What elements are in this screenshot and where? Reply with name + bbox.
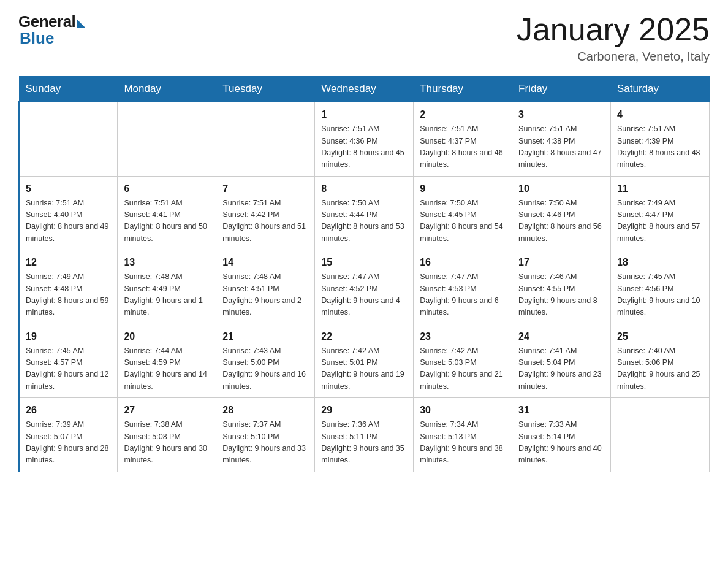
day-info: Sunrise: 7:51 AM Sunset: 4:42 PM Dayligh… <box>222 197 308 245</box>
day-cell <box>216 102 315 176</box>
calendar-title: January 2025 <box>517 12 710 47</box>
day-number: 29 <box>321 403 407 418</box>
day-info: Sunrise: 7:43 AM Sunset: 5:00 PM Dayligh… <box>222 345 308 393</box>
header-cell-thursday: Thursday <box>414 77 512 102</box>
day-info: Sunrise: 7:42 AM Sunset: 5:01 PM Dayligh… <box>321 345 407 393</box>
day-info: Sunrise: 7:51 AM Sunset: 4:36 PM Dayligh… <box>321 123 407 171</box>
day-number: 1 <box>321 107 407 122</box>
day-info: Sunrise: 7:48 AM Sunset: 4:51 PM Dayligh… <box>222 271 308 319</box>
day-number: 13 <box>124 255 210 270</box>
day-cell: 31Sunrise: 7:33 AM Sunset: 5:14 PM Dayli… <box>512 398 611 472</box>
logo: General Blue <box>18 12 85 48</box>
day-cell: 20Sunrise: 7:44 AM Sunset: 4:59 PM Dayli… <box>118 324 216 398</box>
week-row-1: 5Sunrise: 7:51 AM Sunset: 4:40 PM Daylig… <box>19 176 710 250</box>
day-cell: 13Sunrise: 7:48 AM Sunset: 4:49 PM Dayli… <box>118 250 216 324</box>
day-cell: 10Sunrise: 7:50 AM Sunset: 4:46 PM Dayli… <box>512 176 611 250</box>
title-block: January 2025 Carbonera, Veneto, Italy <box>517 12 710 64</box>
day-info: Sunrise: 7:34 AM Sunset: 5:13 PM Dayligh… <box>420 419 506 467</box>
day-info: Sunrise: 7:51 AM Sunset: 4:38 PM Dayligh… <box>518 123 604 171</box>
week-row-0: 1Sunrise: 7:51 AM Sunset: 4:36 PM Daylig… <box>19 102 710 176</box>
day-cell: 18Sunrise: 7:45 AM Sunset: 4:56 PM Dayli… <box>611 250 710 324</box>
day-number: 3 <box>518 107 604 122</box>
day-info: Sunrise: 7:50 AM Sunset: 4:46 PM Dayligh… <box>518 197 604 245</box>
day-cell: 7Sunrise: 7:51 AM Sunset: 4:42 PM Daylig… <box>216 176 315 250</box>
day-cell: 8Sunrise: 7:50 AM Sunset: 4:44 PM Daylig… <box>315 176 414 250</box>
day-info: Sunrise: 7:46 AM Sunset: 4:55 PM Dayligh… <box>518 271 604 319</box>
day-number: 31 <box>518 403 604 418</box>
day-cell: 16Sunrise: 7:47 AM Sunset: 4:53 PM Dayli… <box>414 250 512 324</box>
day-number: 15 <box>321 255 407 270</box>
day-cell: 3Sunrise: 7:51 AM Sunset: 4:38 PM Daylig… <box>512 102 611 176</box>
day-cell: 15Sunrise: 7:47 AM Sunset: 4:52 PM Dayli… <box>315 250 414 324</box>
header-cell-sunday: Sunday <box>19 77 118 102</box>
day-cell: 11Sunrise: 7:49 AM Sunset: 4:47 PM Dayli… <box>611 176 710 250</box>
day-number: 21 <box>222 329 308 344</box>
logo-blue-text: Blue <box>20 29 54 48</box>
calendar-table: SundayMondayTuesdayWednesdayThursdayFrid… <box>18 76 710 472</box>
day-number: 22 <box>321 329 407 344</box>
day-number: 24 <box>518 329 604 344</box>
header-cell-friday: Friday <box>512 77 611 102</box>
day-number: 6 <box>124 182 210 196</box>
day-cell: 4Sunrise: 7:51 AM Sunset: 4:39 PM Daylig… <box>611 102 710 176</box>
day-info: Sunrise: 7:47 AM Sunset: 4:53 PM Dayligh… <box>420 271 506 319</box>
day-info: Sunrise: 7:40 AM Sunset: 5:06 PM Dayligh… <box>617 345 703 393</box>
header-cell-saturday: Saturday <box>611 77 710 102</box>
day-cell: 24Sunrise: 7:41 AM Sunset: 5:04 PM Dayli… <box>512 324 611 398</box>
day-number: 28 <box>222 403 308 418</box>
day-cell: 14Sunrise: 7:48 AM Sunset: 4:51 PM Dayli… <box>216 250 315 324</box>
header-cell-monday: Monday <box>118 77 216 102</box>
day-cell: 12Sunrise: 7:49 AM Sunset: 4:48 PM Dayli… <box>19 250 118 324</box>
day-number: 7 <box>222 182 308 196</box>
day-info: Sunrise: 7:51 AM Sunset: 4:39 PM Dayligh… <box>617 123 703 171</box>
day-info: Sunrise: 7:41 AM Sunset: 5:04 PM Dayligh… <box>518 345 604 393</box>
day-number: 20 <box>124 329 210 344</box>
day-number: 5 <box>26 182 111 196</box>
day-number: 19 <box>26 329 111 344</box>
day-info: Sunrise: 7:48 AM Sunset: 4:49 PM Dayligh… <box>124 271 210 319</box>
calendar-body: 1Sunrise: 7:51 AM Sunset: 4:36 PM Daylig… <box>19 102 710 472</box>
day-number: 27 <box>124 403 210 418</box>
day-info: Sunrise: 7:51 AM Sunset: 4:37 PM Dayligh… <box>420 123 506 171</box>
day-number: 16 <box>420 255 506 270</box>
day-number: 11 <box>617 182 703 196</box>
day-cell: 22Sunrise: 7:42 AM Sunset: 5:01 PM Dayli… <box>315 324 414 398</box>
day-info: Sunrise: 7:38 AM Sunset: 5:08 PM Dayligh… <box>124 419 210 467</box>
day-info: Sunrise: 7:33 AM Sunset: 5:14 PM Dayligh… <box>518 419 604 467</box>
day-cell: 25Sunrise: 7:40 AM Sunset: 5:06 PM Dayli… <box>611 324 710 398</box>
logo-arrow-icon <box>77 19 85 28</box>
week-row-2: 12Sunrise: 7:49 AM Sunset: 4:48 PM Dayli… <box>19 250 710 324</box>
day-number: 9 <box>420 182 506 196</box>
day-info: Sunrise: 7:39 AM Sunset: 5:07 PM Dayligh… <box>26 419 111 467</box>
day-number: 2 <box>420 107 506 122</box>
calendar-subtitle: Carbonera, Veneto, Italy <box>517 50 710 64</box>
day-info: Sunrise: 7:36 AM Sunset: 5:11 PM Dayligh… <box>321 419 407 467</box>
day-info: Sunrise: 7:45 AM Sunset: 4:56 PM Dayligh… <box>617 271 703 319</box>
day-cell: 26Sunrise: 7:39 AM Sunset: 5:07 PM Dayli… <box>19 398 118 472</box>
header-cell-tuesday: Tuesday <box>216 77 315 102</box>
day-number: 25 <box>617 329 703 344</box>
week-row-4: 26Sunrise: 7:39 AM Sunset: 5:07 PM Dayli… <box>19 398 710 472</box>
day-cell: 6Sunrise: 7:51 AM Sunset: 4:41 PM Daylig… <box>118 176 216 250</box>
day-cell: 9Sunrise: 7:50 AM Sunset: 4:45 PM Daylig… <box>414 176 512 250</box>
day-number: 30 <box>420 403 506 418</box>
day-info: Sunrise: 7:51 AM Sunset: 4:41 PM Dayligh… <box>124 197 210 245</box>
day-cell <box>611 398 710 472</box>
header-row: SundayMondayTuesdayWednesdayThursdayFrid… <box>19 77 710 102</box>
day-info: Sunrise: 7:45 AM Sunset: 4:57 PM Dayligh… <box>26 345 111 393</box>
day-cell: 17Sunrise: 7:46 AM Sunset: 4:55 PM Dayli… <box>512 250 611 324</box>
day-cell: 21Sunrise: 7:43 AM Sunset: 5:00 PM Dayli… <box>216 324 315 398</box>
page-header: General Blue January 2025 Carbonera, Ven… <box>18 12 710 64</box>
day-number: 12 <box>26 255 111 270</box>
day-number: 14 <box>222 255 308 270</box>
day-info: Sunrise: 7:37 AM Sunset: 5:10 PM Dayligh… <box>222 419 308 467</box>
day-info: Sunrise: 7:50 AM Sunset: 4:45 PM Dayligh… <box>420 197 506 245</box>
day-number: 26 <box>26 403 111 418</box>
day-info: Sunrise: 7:51 AM Sunset: 4:40 PM Dayligh… <box>26 197 111 245</box>
day-cell: 5Sunrise: 7:51 AM Sunset: 4:40 PM Daylig… <box>19 176 118 250</box>
day-info: Sunrise: 7:49 AM Sunset: 4:48 PM Dayligh… <box>26 271 111 319</box>
day-number: 8 <box>321 182 407 196</box>
day-cell: 27Sunrise: 7:38 AM Sunset: 5:08 PM Dayli… <box>118 398 216 472</box>
day-number: 10 <box>518 182 604 196</box>
header-cell-wednesday: Wednesday <box>315 77 414 102</box>
